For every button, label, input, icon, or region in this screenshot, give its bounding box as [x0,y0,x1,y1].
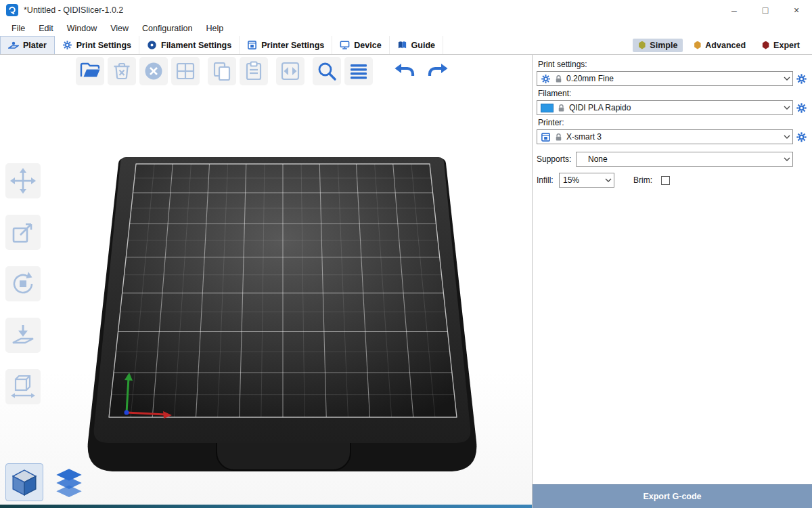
chevron-down-icon [781,101,792,114]
mode-simple[interactable]: Simple [633,39,683,52]
paste-button[interactable] [240,57,268,85]
tab-bar: Plater Print Settings Filament Settings … [0,36,812,55]
layer-lines-icon [347,60,370,83]
supports-label: Supports: [537,154,576,164]
delete-icon [110,60,133,83]
window-title: *Untitled - QIDISlicer-1.0.2 [24,5,123,15]
chevron-down-icon [781,72,792,85]
copy-button[interactable] [208,57,236,85]
split-to-objects-icon [279,60,302,83]
expert-mode-hexagon-icon [762,41,769,49]
tab-filament-settings[interactable]: Filament Settings [139,36,240,54]
close-button[interactable]: × [781,0,812,20]
cube-3d-icon [10,468,39,496]
gear-icon [796,102,807,114]
print-settings-icon [62,40,72,50]
infill-select[interactable]: 15% [559,173,614,188]
delete-button[interactable] [108,57,136,85]
delete-all-icon [142,60,165,83]
gear-icon [796,131,807,143]
brim-label: Brim: [633,175,656,185]
tab-plater[interactable]: Plater [0,36,55,54]
place-on-face-button[interactable] [5,318,41,353]
filament-gear-button[interactable] [793,102,809,114]
measure-button[interactable] [5,369,41,404]
redo-icon [426,60,449,83]
bottom-edge-strip [0,505,532,508]
menu-view[interactable]: View [104,24,135,33]
printer-gear-button[interactable] [793,131,809,143]
redo-button[interactable] [423,57,451,85]
rotate-button[interactable] [5,266,41,301]
left-toolbar [5,163,41,404]
top-toolbar [76,57,451,85]
menu-edit[interactable]: Edit [32,24,60,33]
arrange-button[interactable] [171,57,200,85]
variable-layer-height-button[interactable] [344,57,373,85]
mode-advanced[interactable]: Advanced [688,39,751,52]
filament-swatch [541,104,554,112]
lock-icon [554,74,563,84]
maximize-button[interactable]: □ [750,0,781,20]
menu-configuration[interactable]: Configuration [135,24,199,33]
filament-spool-icon [147,40,157,50]
printer-settings-icon [247,40,257,50]
move-button[interactable] [5,163,41,198]
tab-guide[interactable]: Guide [390,36,443,54]
viewport-3d[interactable] [0,55,532,508]
print-bed [39,104,513,508]
mode-expert[interactable]: Expert [757,39,805,52]
place-on-face-icon [9,322,37,349]
export-gcode-button[interactable]: Export G-code [533,484,812,508]
plater-icon [8,40,19,51]
gear-icon [796,73,807,85]
filament-select[interactable]: QIDI PLA Rapido [537,100,793,115]
move-icon [9,167,37,194]
search-button[interactable] [313,57,341,85]
undo-button[interactable] [391,57,420,85]
copy-icon [210,60,233,83]
print-settings-label: Print settings: [538,60,808,69]
menu-file[interactable]: File [5,24,32,33]
printer-label: Printer: [538,118,808,127]
lock-icon [557,103,566,113]
lock-icon [554,132,563,142]
open-folder-icon [78,60,102,83]
title-bar: *Untitled - QIDISlicer-1.0.2 – □ × [0,0,812,20]
paste-icon [242,60,265,83]
menu-bar: File Edit Window View Configuration Help [0,20,812,36]
gear-icon [541,74,551,84]
view-3d-button[interactable] [5,463,43,501]
search-icon [315,60,338,83]
split-button[interactable] [276,57,304,85]
brim-checkbox[interactable] [661,176,670,185]
minimize-button[interactable]: – [719,0,750,20]
simple-mode-hexagon-icon [638,41,646,49]
scale-button[interactable] [5,215,41,250]
menu-help[interactable]: Help [199,24,230,33]
print-settings-select[interactable]: 0.20mm Fine [537,71,793,86]
tab-print-settings[interactable]: Print Settings [55,36,139,54]
advanced-mode-hexagon-icon [694,41,701,49]
printer-select[interactable]: X-smart 3 [537,129,793,144]
delete-all-button[interactable] [139,57,168,85]
printer-icon [541,132,551,142]
view-preview-button[interactable] [50,463,88,501]
print-settings-gear-button[interactable] [793,73,809,85]
supports-select[interactable]: None [576,152,793,167]
rotate-icon [9,270,37,297]
tab-printer-settings[interactable]: Printer Settings [240,36,332,54]
chevron-down-icon [602,173,614,187]
open-button[interactable] [76,57,104,85]
tab-device[interactable]: Device [332,36,389,54]
arrange-icon [174,60,197,83]
undo-icon [394,60,417,83]
measure-icon [9,373,37,400]
app-logo-icon [6,4,18,16]
chevron-down-icon [781,152,792,166]
menu-window[interactable]: Window [60,24,104,33]
guide-book-icon [397,40,407,50]
filament-label: Filament: [538,89,808,98]
infill-label: Infill: [537,175,559,185]
scale-icon [9,219,37,246]
